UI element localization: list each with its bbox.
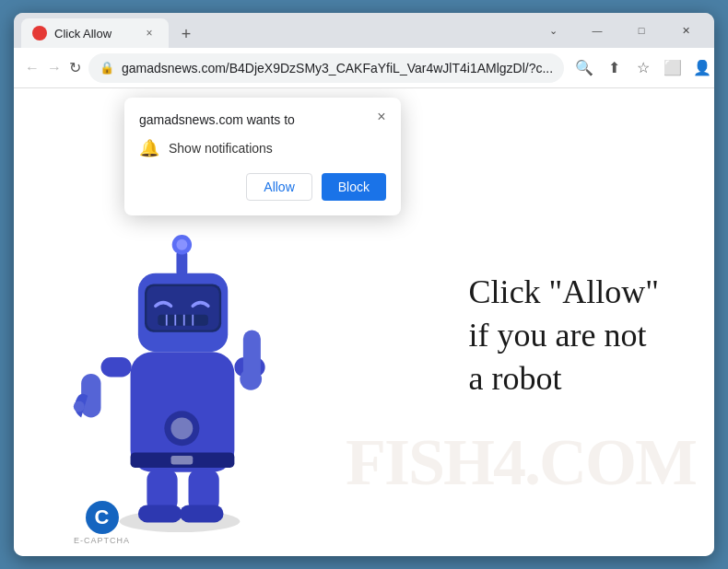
close-button[interactable]: ✕ bbox=[664, 17, 707, 44]
popup-buttons: Allow Block bbox=[139, 173, 386, 201]
svg-rect-17 bbox=[101, 357, 132, 377]
svg-point-19 bbox=[74, 401, 85, 412]
lock-icon: 🔒 bbox=[100, 61, 114, 75]
tab-bar: Click Allow × + bbox=[21, 13, 526, 48]
main-text-line2: if you are not bbox=[469, 314, 659, 357]
robot-illustration bbox=[51, 188, 309, 538]
page-content: FISH4.COM gamadsnews.com wants to × 🔔 Sh… bbox=[14, 88, 714, 556]
collapse-button[interactable]: ⌄ bbox=[532, 17, 574, 44]
svg-rect-22 bbox=[243, 330, 261, 382]
tab-favicon bbox=[32, 26, 47, 41]
back-button[interactable]: ← bbox=[25, 55, 40, 81]
url-bar[interactable]: 🔒 gamadsnews.com/B4DjeX9DzSMy3_CAKFaYfiL… bbox=[88, 53, 564, 83]
captcha-label: E-CAPTCHA bbox=[74, 536, 130, 545]
minimize-button[interactable]: — bbox=[576, 17, 618, 44]
notification-text: Show notifications bbox=[169, 141, 273, 156]
svg-rect-26 bbox=[180, 505, 224, 522]
popup-title: gamadsnews.com wants to bbox=[139, 112, 386, 127]
allow-button[interactable]: Allow bbox=[246, 173, 311, 201]
svg-point-16 bbox=[176, 239, 187, 250]
main-text: Click "Allow" if you are not a robot bbox=[469, 271, 659, 400]
main-text-line3: a robot bbox=[469, 356, 659, 400]
url-text: gamadsnews.com/B4DjeX9DzSMy3_CAKFaYfiL_V… bbox=[122, 61, 553, 75]
svg-rect-14 bbox=[176, 251, 187, 275]
bookmark-icon[interactable]: ☆ bbox=[630, 55, 656, 81]
svg-rect-24 bbox=[138, 505, 182, 522]
address-bar: ← → ↻ 🔒 gamadsnews.com/B4DjeX9DzSMy3_CAK… bbox=[14, 48, 714, 88]
captcha-icon: C bbox=[86, 501, 119, 534]
svg-point-3 bbox=[171, 417, 194, 439]
notification-popup: gamadsnews.com wants to × 🔔 Show notific… bbox=[124, 98, 401, 215]
toolbar-icons: 🔍 ⬆ ☆ ⬜ 👤 ⋮ bbox=[571, 55, 714, 81]
reload-button[interactable]: ↻ bbox=[69, 55, 81, 81]
new-tab-button[interactable]: + bbox=[172, 20, 200, 48]
window-controls: ⌄ — □ ✕ bbox=[532, 17, 707, 44]
search-icon[interactable]: 🔍 bbox=[571, 55, 597, 81]
maximize-button[interactable]: □ bbox=[620, 17, 663, 44]
main-text-line1: Click "Allow" bbox=[469, 271, 659, 314]
block-button[interactable]: Block bbox=[322, 173, 386, 201]
svg-rect-5 bbox=[171, 456, 194, 465]
share-icon[interactable]: ⬆ bbox=[601, 55, 627, 81]
captcha-logo: C E-CAPTCHA bbox=[74, 501, 130, 545]
browser-window: Click Allow × + ⌄ — □ ✕ ← → ↻ 🔒 gamadsne… bbox=[14, 13, 714, 556]
popup-close-button[interactable]: × bbox=[371, 107, 392, 127]
tab-title: Click Allow bbox=[54, 27, 134, 41]
watermark-text: FISH4.COM bbox=[346, 424, 696, 501]
extension-icon[interactable]: ⬜ bbox=[660, 55, 686, 81]
bell-icon: 🔔 bbox=[139, 138, 159, 158]
profile-icon[interactable]: 👤 bbox=[689, 55, 714, 81]
notification-row: 🔔 Show notifications bbox=[139, 138, 386, 158]
active-tab[interactable]: Click Allow × bbox=[21, 18, 169, 48]
forward-button[interactable]: → bbox=[47, 55, 62, 81]
title-bar: Click Allow × + ⌄ — □ ✕ bbox=[14, 13, 714, 48]
tab-close-button[interactable]: × bbox=[141, 25, 158, 41]
svg-rect-9 bbox=[158, 315, 208, 326]
